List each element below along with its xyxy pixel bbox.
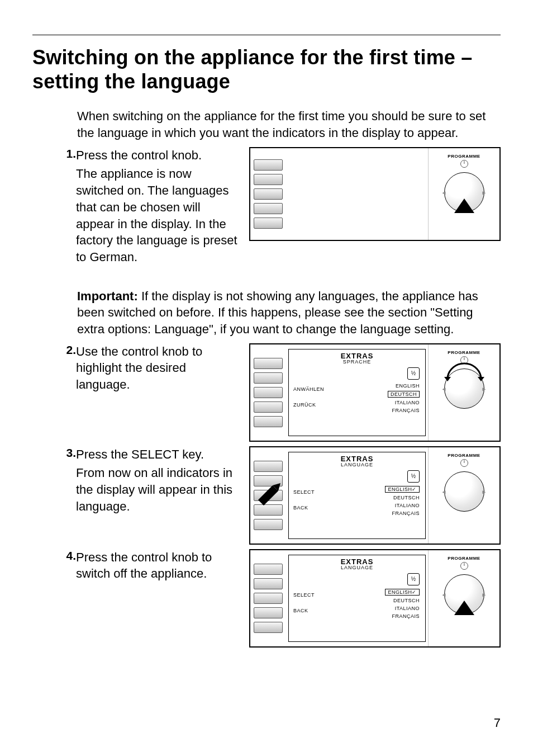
lcd-back-label: BACK	[293, 505, 315, 511]
page-number: 7	[494, 716, 501, 730]
lcd-subtitle: SPRACHE	[289, 359, 425, 365]
lcd-icon: ½	[407, 470, 420, 483]
lang-italiano: ITALIANO	[385, 606, 420, 611]
panel-button	[254, 578, 283, 589]
step-3-line2: From now on all indicators in the displa…	[76, 465, 238, 514]
panel-4-buttons	[250, 550, 286, 646]
lang-deutsch: DEUTSCH	[385, 598, 420, 603]
panel-button	[254, 519, 283, 530]
lang-deutsch: DEUTSCH	[385, 495, 420, 500]
lcd-icon: ½	[407, 367, 420, 380]
panel-3-lcd: EXTRAS LANGUAGE ½ SELECT BACK ENGLISH✓ D…	[288, 452, 426, 539]
lcd-icon: ½	[407, 573, 420, 585]
step-4-number: 4.	[60, 549, 76, 584]
panel-button	[254, 401, 283, 413]
panel-button	[254, 188, 283, 200]
lcd-select-label: ANWÄHLEN	[293, 386, 324, 392]
step-3-number: 3.	[60, 446, 76, 517]
step-2: 2. Use the control knob to highlight the…	[77, 343, 501, 442]
panel-1: PROGRAMME ◄ ►	[249, 147, 501, 241]
step-1-text: Press the control knob. The appliance is…	[76, 147, 238, 268]
lang-deutsch-selected: DEUTSCH	[388, 391, 420, 398]
important-label: Important:	[77, 289, 138, 303]
panel-3-knob-area: PROGRAMME ◄ ►	[428, 447, 499, 544]
panel-button	[254, 203, 283, 214]
lcd-lang-list: ENGLISH✓ DEUTSCH ITALIANO FRANÇAIS	[385, 486, 420, 518]
lang-english: ENGLISH	[388, 383, 420, 389]
panel-button	[254, 461, 283, 472]
page-title: Switching on the appliance for the first…	[32, 45, 501, 93]
press-arrow-icon	[454, 199, 474, 213]
lcd-lang-list: ENGLISH DEUTSCH ITALIANO FRANÇAIS	[388, 383, 420, 415]
panel-button	[254, 622, 283, 633]
body-column: When switching on the appliance for the …	[77, 108, 501, 647]
step-3-line1: Press the SELECT key.	[76, 446, 238, 463]
lang-italiano: ITALIANO	[385, 503, 420, 508]
lcd-left-labels: ANWÄHLEN ZURÜCK	[293, 386, 324, 418]
panel-3-buttons	[250, 447, 286, 544]
panel-1-knob-area: PROGRAMME ◄ ►	[428, 148, 499, 240]
lcd-left-labels: SELECT BACK	[293, 489, 315, 521]
lcd-back-label: BACK	[293, 608, 315, 613]
programme-label: PROGRAMME	[448, 453, 480, 458]
step-1-line1: Press the control knob.	[76, 147, 238, 164]
power-icon	[460, 459, 468, 467]
lang-english-selected: ENGLISH✓	[385, 589, 420, 596]
lcd-subtitle: LANGUAGE	[289, 565, 425, 570]
lcd-select-label: SELECT	[293, 592, 315, 598]
step-1-line2: The appliance is now switched on. The la…	[76, 166, 238, 265]
panel-button	[254, 504, 283, 516]
step-1-number: 1.	[60, 147, 76, 268]
lang-english-selected: ENGLISH✓	[385, 486, 420, 493]
panel-4: EXTRAS LANGUAGE ½ SELECT BACK ENGLISH✓ D…	[249, 549, 501, 648]
control-knob: ◄ ►	[444, 368, 484, 409]
control-knob: ◄ ►	[444, 172, 484, 212]
lang-francais: FRANÇAIS	[385, 511, 420, 516]
svg-marker-0	[444, 377, 451, 381]
lang-italiano: ITALIANO	[388, 400, 420, 405]
lang-francais: FRANÇAIS	[385, 613, 420, 619]
panel-button	[254, 593, 283, 604]
step-4-line: Press the control knob to switch off the…	[76, 549, 238, 582]
programme-label: PROGRAMME	[448, 350, 480, 355]
panel-2-knob-area: PROGRAMME ◄ ►	[428, 344, 499, 441]
panel-1-buttons	[250, 148, 286, 240]
power-icon	[460, 160, 468, 168]
panel-button	[254, 159, 283, 171]
panel-button	[254, 218, 283, 229]
control-knob: ◄ ►	[444, 471, 484, 512]
step-1: 1. Press the control knob. The appliance…	[77, 147, 501, 268]
programme-label: PROGRAMME	[448, 154, 480, 159]
panel-2-buttons	[250, 344, 286, 441]
svg-marker-1	[478, 377, 484, 381]
panel-4-lcd: EXTRAS LANGUAGE ½ SELECT BACK ENGLISH✓ D…	[288, 555, 426, 642]
lcd-left-labels: SELECT BACK	[293, 592, 315, 623]
step-2-line: Use the control knob to highlight the de…	[76, 343, 238, 393]
svg-marker-2	[258, 485, 278, 505]
step-2-text: Use the control knob to highlight the de…	[76, 343, 238, 395]
panel-button	[254, 607, 283, 618]
step-4: 4. Press the control knob to switch off …	[77, 549, 501, 648]
panel-2-lcd: EXTRAS SPRACHE ½ ANWÄHLEN ZURÜCK ENGLISH…	[288, 349, 426, 436]
press-arrow-icon	[454, 601, 474, 615]
important-note: Important: If the display is not showing…	[77, 288, 501, 338]
panel-4-knob-area: PROGRAMME ◄ ►	[428, 550, 499, 646]
rotate-arrows-icon	[436, 360, 492, 382]
lang-francais: FRANÇAIS	[388, 408, 420, 413]
step-3: 3. Press the SELECT key. From now on all…	[77, 446, 501, 545]
panel-button	[254, 416, 283, 427]
panel-3: EXTRAS LANGUAGE ½ SELECT BACK ENGLISH✓ D…	[249, 446, 501, 545]
top-rule	[32, 35, 501, 35]
page: Switching on the appliance for the first…	[0, 0, 533, 756]
lcd-select-label: SELECT	[293, 489, 315, 495]
power-icon	[460, 562, 468, 570]
panel-button	[254, 564, 283, 575]
lcd-back-label: ZURÜCK	[293, 402, 324, 408]
panel-button	[254, 358, 283, 369]
panel-1-lcd-blank	[288, 153, 426, 235]
select-arrow-icon	[256, 481, 280, 505]
step-2-number: 2.	[60, 343, 76, 395]
intro-paragraph: When switching on the appliance for the …	[77, 108, 501, 141]
step-3-text: Press the SELECT key. From now on all in…	[76, 446, 238, 517]
lcd-lang-list: ENGLISH✓ DEUTSCH ITALIANO FRANÇAIS	[385, 589, 420, 621]
